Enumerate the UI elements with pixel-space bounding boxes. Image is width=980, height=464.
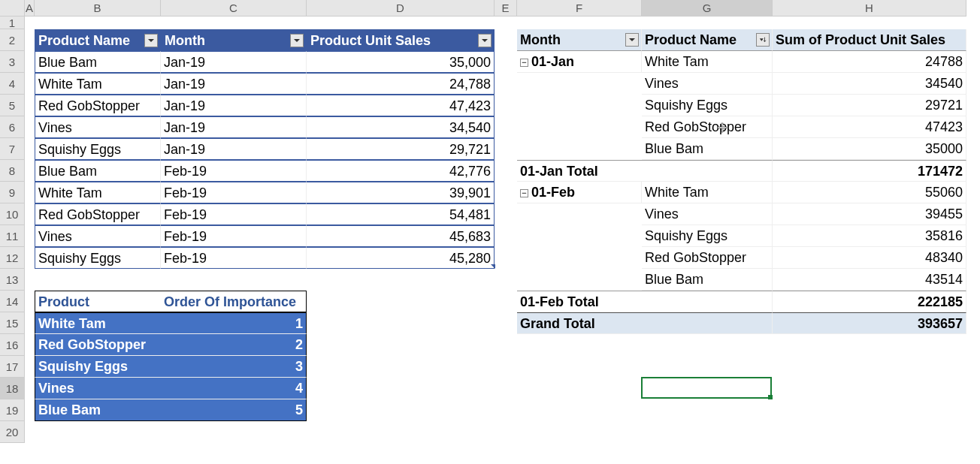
cell[interactable]: 5 (161, 399, 307, 421)
pivot-feb-total-label[interactable]: 01-Feb Total (517, 291, 773, 312)
cell[interactable]: White Tam (35, 73, 161, 95)
cell[interactable]: Vines (35, 378, 161, 399)
cell[interactable]: Red GobStopper (35, 95, 161, 116)
row-6[interactable]: 6 (0, 116, 25, 138)
col-A[interactable]: A (25, 0, 35, 17)
row-14[interactable]: 14 (0, 291, 25, 312)
cell[interactable]: 35816 (773, 225, 966, 247)
cell[interactable]: 24,788 (307, 73, 495, 95)
filter-icon[interactable] (144, 34, 158, 47)
pivot-jan-total-value[interactable]: 171472 (773, 160, 966, 182)
col-C[interactable]: C (161, 0, 307, 17)
col-F[interactable]: F (517, 0, 642, 17)
cell[interactable]: 45,683 (307, 225, 495, 247)
cell[interactable]: Squishy Eggs (642, 225, 773, 247)
pivot-feb-total-value[interactable]: 222185 (773, 291, 966, 312)
cell[interactable]: 29721 (773, 95, 966, 116)
cell[interactable]: 48340 (773, 247, 966, 269)
cell[interactable]: Feb-19 (161, 160, 307, 182)
spreadsheet[interactable]: A B C D E F G H 1 2 3 4 5 6 7 8 9 10 11 … (0, 0, 980, 464)
col-B[interactable]: B (35, 0, 161, 17)
cell[interactable]: 45,280 (307, 247, 495, 269)
cell[interactable]: Red GobStopper (35, 334, 161, 356)
row-19[interactable]: 19 (0, 399, 25, 421)
row-13[interactable]: 13 (0, 269, 25, 291)
row-20[interactable]: 20 (0, 421, 25, 443)
cell[interactable]: 29,721 (307, 138, 495, 160)
row-9[interactable]: 9 (0, 182, 25, 203)
cell[interactable]: Red GobStopper (35, 203, 161, 225)
cell[interactable]: Blue Bam (35, 51, 161, 73)
row-2[interactable]: 2 (0, 29, 25, 51)
row-3[interactable]: 3 (0, 51, 25, 73)
table1-header-product-name[interactable]: Product Name (35, 29, 161, 51)
row-5[interactable]: 5 (0, 95, 25, 116)
cell[interactable]: 34540 (773, 73, 966, 95)
cell[interactable]: Vines (642, 203, 773, 225)
cell[interactable]: 4 (161, 378, 307, 399)
row-15[interactable]: 15 (0, 312, 25, 334)
cell[interactable]: 1 (161, 312, 307, 334)
cell[interactable]: 39,901 (307, 182, 495, 203)
imp-header-product[interactable]: Product (35, 291, 161, 312)
filter-icon[interactable] (625, 33, 639, 47)
cell[interactable]: Jan-19 (161, 51, 307, 73)
row-8[interactable]: 8 (0, 160, 25, 182)
cell[interactable]: 47,423 (307, 95, 495, 116)
cell[interactable]: Blue Bam (35, 399, 161, 421)
cell[interactable]: Squishy Eggs (35, 247, 161, 269)
col-H[interactable]: H (773, 0, 966, 17)
row-1[interactable]: 1 (0, 17, 25, 29)
row-12[interactable]: 12 (0, 247, 25, 269)
cell[interactable]: 2 (161, 334, 307, 356)
cell[interactable]: 24788 (773, 51, 966, 73)
cell[interactable]: Feb-19 (161, 182, 307, 203)
row-4[interactable]: 4 (0, 73, 25, 95)
imp-header-order[interactable]: Order Of Importance (161, 291, 307, 312)
cell[interactable]: Blue Bam (642, 269, 773, 291)
cell[interactable]: White Tam (642, 182, 773, 203)
cell[interactable]: White Tam (642, 51, 773, 73)
cell[interactable]: 35000 (773, 138, 966, 160)
pivot-grand-total-value[interactable]: 393657 (773, 312, 966, 334)
cell[interactable]: 3 (161, 356, 307, 378)
pivot-header-sum[interactable]: Sum of Product Unit Sales (773, 29, 966, 51)
cell[interactable]: Blue Bam (642, 138, 773, 160)
cell[interactable]: Squishy Eggs (35, 356, 161, 378)
row-7[interactable]: 7 (0, 138, 25, 160)
cell[interactable]: Squishy Eggs (35, 138, 161, 160)
col-G[interactable]: G (642, 0, 773, 17)
select-all-corner[interactable] (0, 0, 25, 17)
cell[interactable]: Blue Bam (35, 160, 161, 182)
cell[interactable]: Feb-19 (161, 247, 307, 269)
collapse-icon[interactable]: − (520, 59, 528, 67)
cell[interactable]: 35,000 (307, 51, 495, 73)
cell[interactable]: Red GobStopper (642, 247, 773, 269)
cell[interactable]: White Tam (35, 182, 161, 203)
pivot-grand-total-label[interactable]: Grand Total (517, 312, 773, 334)
table1-header-sales[interactable]: Product Unit Sales (307, 29, 495, 51)
collapse-icon[interactable]: − (520, 189, 528, 197)
cell[interactable]: White Tam (35, 312, 161, 334)
cell[interactable]: 54,481 (307, 203, 495, 225)
cell[interactable]: 55060 (773, 182, 966, 203)
cell[interactable]: Jan-19 (161, 73, 307, 95)
pivot-group-feb[interactable]: −01-Feb (517, 182, 642, 203)
cell[interactable]: Red GobStopper (642, 116, 773, 138)
cell[interactable]: 34,540 (307, 116, 495, 138)
col-E[interactable]: E (495, 0, 517, 17)
cell[interactable]: Jan-19 (161, 95, 307, 116)
table-resize-handle-icon[interactable] (491, 264, 495, 269)
cell[interactable]: Squishy Eggs (642, 95, 773, 116)
cell[interactable]: Feb-19 (161, 225, 307, 247)
cell[interactable]: Vines (35, 116, 161, 138)
row-17[interactable]: 17 (0, 356, 25, 378)
filter-icon[interactable] (478, 34, 492, 47)
pivot-header-product[interactable]: Product Name (642, 29, 773, 51)
cell[interactable]: Vines (35, 225, 161, 247)
row-16[interactable]: 16 (0, 334, 25, 356)
cell[interactable]: Jan-19 (161, 116, 307, 138)
col-D[interactable]: D (307, 0, 495, 17)
cell[interactable]: Jan-19 (161, 138, 307, 160)
filter-sort-icon[interactable] (756, 33, 770, 47)
